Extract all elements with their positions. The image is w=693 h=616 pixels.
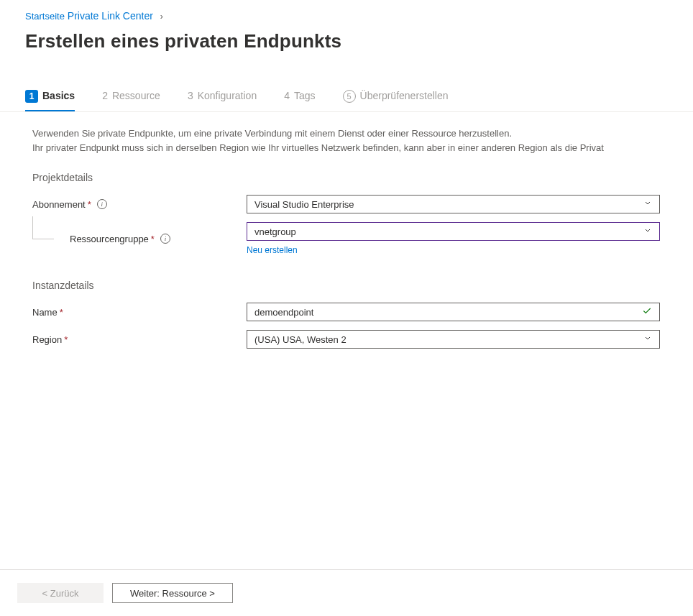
page-title: Erstellen eines privaten Endpunkts: [25, 30, 693, 52]
breadcrumb: Startseite Private Link Center ›: [0, 0, 693, 22]
name-input[interactable]: [254, 307, 638, 318]
tab-tags[interactable]: 4 Tags: [284, 90, 315, 109]
step-num-4: 4: [284, 90, 290, 101]
info-icon[interactable]: i: [160, 234, 170, 244]
chevron-down-icon: [643, 199, 652, 210]
tab-label-basics: Basics: [42, 90, 75, 101]
step-num-2: 2: [102, 90, 108, 101]
chevron-down-icon: [643, 334, 652, 345]
description: Verwenden Sie private Endpunkte, um eine…: [32, 127, 693, 155]
subscription-select[interactable]: Visual Studio Enterprise: [247, 195, 660, 213]
step-num-3: 3: [188, 90, 193, 101]
description-line2: Ihr privater Endpunkt muss sich in derse…: [32, 141, 693, 155]
tab-label-tags: Tags: [294, 90, 316, 101]
subscription-value: Visual Studio Enterprise: [254, 199, 354, 210]
tab-label-resource: Ressource: [112, 90, 160, 101]
footer: < Zurück Weiter: Ressource >: [0, 569, 693, 616]
required-indicator: *: [64, 334, 68, 345]
label-region: Region *: [32, 334, 247, 345]
back-button: < Zurück: [17, 583, 104, 603]
wizard-tabs: 1 Basics 2 Ressource 3 Konfiguration 4 T…: [0, 90, 693, 111]
region-select[interactable]: (USA) USA, Westen 2: [247, 330, 660, 349]
chevron-down-icon: [643, 226, 652, 237]
tab-label-configuration: Konfiguration: [198, 90, 257, 101]
next-button[interactable]: Weiter: Ressource >: [112, 583, 233, 603]
tab-basics[interactable]: 1 Basics: [25, 90, 75, 111]
breadcrumb-home[interactable]: Startseite: [25, 11, 65, 22]
resource-group-value: vnetgroup: [254, 226, 296, 237]
chevron-right-icon: ›: [160, 12, 163, 22]
required-indicator: *: [151, 234, 155, 244]
create-new-link[interactable]: Neu erstellen: [247, 245, 298, 255]
label-subscription-text: Abonnement: [32, 199, 86, 210]
step-badge-1: 1: [25, 90, 38, 103]
description-line1: Verwenden Sie private Endpunkte, um eine…: [32, 127, 693, 141]
label-subscription: Abonnement * i: [32, 199, 247, 210]
info-icon[interactable]: i: [97, 199, 107, 209]
label-name-text: Name: [32, 307, 58, 318]
region-value: (USA) USA, Westen 2: [254, 334, 346, 345]
tab-review[interactable]: 5 Überprüfenerstellen: [343, 90, 449, 110]
section-project-details: Projektdetails: [32, 172, 693, 183]
section-instance-details: Instanzdetails: [32, 280, 693, 291]
name-input-wrapper: [247, 303, 660, 321]
breadcrumb-private-link[interactable]: Private Link Center: [68, 10, 153, 22]
check-icon: [642, 306, 652, 318]
indent-line: [32, 216, 54, 239]
label-resource-group-text: Ressourcengruppe: [70, 234, 149, 244]
required-indicator: *: [88, 199, 91, 210]
label-resource-group: Ressourcengruppe * i: [32, 234, 247, 244]
resource-group-select[interactable]: vnetgroup: [247, 222, 660, 241]
required-indicator: *: [60, 307, 63, 318]
step-circle-5: 5: [343, 90, 356, 103]
label-region-text: Region: [32, 334, 62, 345]
tab-resource[interactable]: 2 Ressource: [102, 90, 160, 109]
label-name: Name *: [32, 307, 247, 318]
tab-configuration[interactable]: 3 Konfiguration: [188, 90, 257, 109]
tab-label-review: Überprüfenerstellen: [360, 90, 449, 101]
